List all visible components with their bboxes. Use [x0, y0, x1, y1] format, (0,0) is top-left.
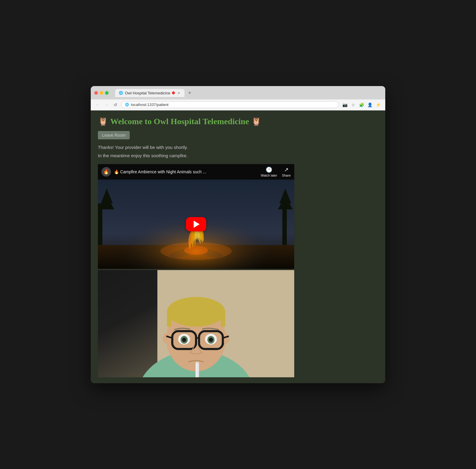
svg-point-19 [167, 297, 225, 327]
svg-point-33 [182, 338, 186, 342]
video-title: 🔥 Campfire Ambience with Night Animals s… [114, 169, 258, 174]
share-icon: ↗ [284, 166, 289, 173]
youtube-header: 🔥 🔥 Campfire Ambience with Night Animals… [98, 164, 294, 180]
watch-later-label: Watch later [261, 174, 277, 177]
webcam-feed [98, 270, 294, 377]
svg-rect-21 [221, 312, 225, 327]
traffic-lights [94, 91, 109, 95]
tab-close-button[interactable]: ✕ [177, 91, 181, 95]
profile-button[interactable]: 👤 [366, 101, 373, 108]
browser-chrome: 🌐 Owl Hospital Telemedicine ✕ + ← → ↺ 🌐 … [91, 86, 385, 110]
message-line-1: Thanks! Your provider will be with you s… [98, 144, 378, 151]
new-tab-button[interactable]: + [186, 90, 194, 96]
video-thumbnail [98, 180, 294, 269]
menu-button[interactable]: ⚡ [375, 101, 382, 108]
title-bar: 🌐 Owl Hospital Telemedicine ✕ + [91, 86, 385, 99]
forward-button[interactable]: → [103, 102, 110, 108]
camera-button[interactable]: 📷 [341, 101, 348, 108]
svg-point-22 [163, 333, 171, 344]
leave-room-button[interactable]: Leave Room [98, 131, 130, 139]
youtube-embed: 🔥 🔥 Campfire Ambience with Night Animals… [98, 164, 294, 269]
address-text: localhost:1337/patient [131, 102, 335, 107]
extensions-button[interactable]: 🧩 [358, 101, 365, 108]
channel-favicon: 🔥 [103, 169, 109, 174]
message-line-2: In the meantime enjoy this soothing camp… [98, 152, 378, 159]
tab-bar: 🌐 Owl Hospital Telemedicine ✕ + [112, 89, 197, 97]
page-title: 🦉 Welcome to Owl Hospital Telemedicine 🦉 [98, 116, 378, 126]
nav-actions: 📷 ☆ 🧩 👤 ⚡ [341, 101, 382, 108]
youtube-play-button[interactable] [186, 217, 206, 231]
svg-point-34 [209, 338, 213, 342]
tab-recording-indicator [172, 91, 175, 94]
maximize-traffic-light[interactable] [105, 91, 109, 95]
active-tab[interactable]: 🌐 Owl Hospital Telemedicine ✕ [115, 89, 184, 97]
watch-later-icon: 🕐 [266, 166, 272, 173]
webcam-svg [98, 270, 294, 377]
bookmark-button[interactable]: ☆ [350, 101, 357, 108]
share-label: Share [282, 174, 291, 177]
browser-window: 🌐 Owl Hospital Telemedicine ✕ + ← → ↺ 🌐 … [91, 86, 385, 383]
svg-rect-20 [167, 312, 171, 327]
video-container: 🔥 🔥 Campfire Ambience with Night Animals… [98, 164, 294, 377]
minimize-traffic-light[interactable] [100, 91, 103, 95]
svg-rect-37 [196, 364, 197, 377]
channel-icon: 🔥 [101, 167, 111, 177]
play-triangle-icon [194, 221, 200, 228]
tab-title: Owl Hospital Telemedicine [125, 91, 170, 95]
page-content: 🦉 Welcome to Owl Hospital Telemedicine 🦉… [91, 110, 385, 383]
svg-point-38 [222, 343, 224, 345]
share-button[interactable]: ↗ Share [282, 166, 291, 177]
navigation-bar: ← → ↺ 🌐 localhost:1337/patient 📷 ☆ 🧩 👤 ⚡ [91, 99, 385, 110]
reload-button[interactable]: ↺ [112, 102, 119, 108]
lock-icon: 🌐 [125, 103, 129, 107]
back-button[interactable]: ← [94, 102, 101, 108]
tab-favicon-icon: 🌐 [119, 91, 123, 95]
address-bar[interactable]: 🌐 localhost:1337/patient [121, 101, 339, 108]
close-traffic-light[interactable] [94, 91, 98, 95]
youtube-actions: 🕐 Watch later ↗ Share [261, 166, 291, 177]
svg-rect-14 [98, 270, 157, 377]
watch-later-button[interactable]: 🕐 Watch later [261, 166, 277, 177]
